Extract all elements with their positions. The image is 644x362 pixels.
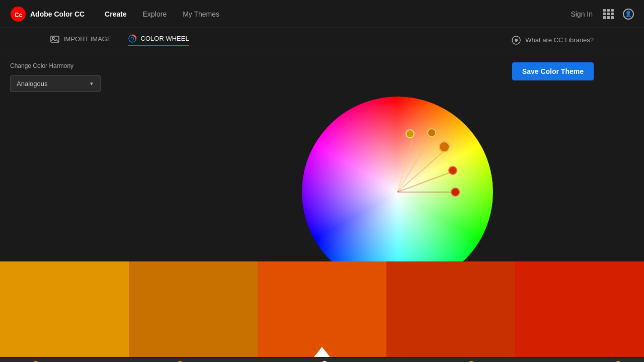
header-right: Sign In 👤 [571, 9, 634, 20]
swatch-4[interactable] [386, 261, 515, 357]
adobe-logo-icon: Cc [10, 6, 26, 22]
svg-text:Cc: Cc [15, 12, 23, 19]
color-wheel-tab[interactable]: COLOR WHEEL [128, 34, 189, 46]
swatches-panel [0, 261, 644, 362]
nav-create[interactable]: Create [105, 8, 127, 20]
user-profile-icon[interactable]: 👤 [623, 9, 634, 20]
sign-in-link[interactable]: Sign In [571, 10, 593, 18]
apps-grid-icon[interactable] [603, 9, 613, 19]
harmony-dropdown[interactable]: Analogous ▼ [10, 75, 101, 92]
swatch-row [0, 261, 644, 357]
main-nav: Create Explore My Themes [105, 8, 571, 20]
slider-row-1 [0, 358, 644, 362]
swatch-3[interactable] [258, 261, 386, 357]
swatch-5[interactable] [515, 261, 644, 357]
color-handle-2[interactable] [427, 128, 436, 137]
color-wheel-container[interactable] [302, 97, 493, 288]
harmony-selected: Analogous [17, 80, 47, 87]
color-handle-4[interactable] [448, 166, 457, 175]
nav-explore[interactable]: Explore [143, 8, 167, 20]
color-wheel-icon [128, 34, 137, 43]
logo: Cc Adobe Color CC [10, 6, 85, 22]
change-harmony-label: Change Color Harmony [10, 62, 141, 69]
swatch-2[interactable] [129, 261, 258, 357]
nav-my-themes[interactable]: My Themes [183, 8, 219, 20]
save-color-theme-button[interactable]: Save Color Theme [512, 62, 594, 80]
swatch-1[interactable] [0, 261, 129, 357]
import-image-icon [50, 35, 59, 44]
main-area: Change Color Harmony Analogous ▼ [0, 52, 644, 362]
color-wheel-svg [302, 97, 493, 288]
color-handle-3[interactable] [439, 141, 450, 152]
app-title: Adobe Color CC [30, 10, 85, 18]
cc-libraries-link[interactable]: What are CC Libraries? [511, 35, 594, 45]
toolbar: IMPORT IMAGE COLOR WHEEL What are CC Lib… [0, 28, 644, 52]
color-handle-1[interactable] [406, 129, 415, 138]
svg-point-5 [131, 37, 134, 40]
import-image-tab[interactable]: IMPORT IMAGE [50, 35, 112, 46]
svg-point-7 [515, 39, 518, 42]
color-handle-5[interactable] [451, 188, 460, 197]
toolbar-left: IMPORT IMAGE COLOR WHEEL [50, 34, 189, 46]
chevron-down-icon: ▼ [89, 81, 94, 86]
header: Cc Adobe Color CC Create Explore My Them… [0, 0, 644, 28]
cc-libraries-icon [511, 35, 521, 45]
swatch-selected-indicator [314, 347, 330, 357]
